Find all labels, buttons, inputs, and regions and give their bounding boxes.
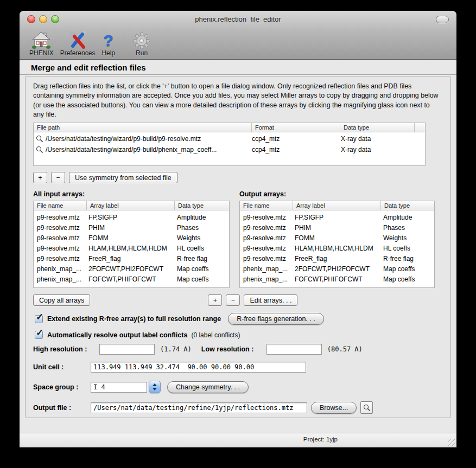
preferences-button[interactable]: Preferences <box>57 30 99 59</box>
input-arrays-table: File name Array label Data type p9-resol… <box>33 201 230 288</box>
column-header-file-name[interactable]: File name <box>240 201 293 210</box>
array-row[interactable]: p9-resolve.mtz PHIM Phases <box>34 222 229 233</box>
titlebar[interactable]: phenix.reflection_file_editor <box>20 11 456 28</box>
column-header-array-label[interactable]: Array label <box>293 201 381 210</box>
edit-arrays-button[interactable]: Edit arrays. . . <box>244 294 297 306</box>
extend-rfree-label: Extend existing R-free array(s) to full … <box>47 315 221 323</box>
run-button-label: Run <box>136 49 148 57</box>
array-file-cell: p9-resolve.mtz <box>243 214 295 221</box>
file-path-cell: /Users/nat/data/testing/wizard/p9-build/… <box>46 146 252 153</box>
array-file-cell: phenix_map_... <box>37 265 88 273</box>
column-header-data-type[interactable]: Data type <box>381 201 434 210</box>
array-row[interactable]: p9-resolve.mtz HLAM,HLBM,HLCM,HLDM HL co… <box>240 243 434 253</box>
unit-cell-row: Unit cell : <box>33 362 450 373</box>
add-array-button[interactable]: + <box>208 294 222 306</box>
toolbar: PHENIX Preferences ? Help <box>20 28 456 59</box>
array-row[interactable]: p9-resolve.mtz PHIM Phases <box>240 222 434 233</box>
array-row[interactable]: p9-resolve.mtz FOMM Weights <box>34 233 229 243</box>
array-file-cell: p9-resolve.mtz <box>37 224 88 232</box>
resolve-conflicts-label: Automatically resolve output label confl… <box>47 331 187 339</box>
resolve-conflicts-row: ✓ Automatically resolve output label con… <box>35 331 450 339</box>
array-label-cell: 2FOFCWT,PHI2FOFCWT <box>88 265 177 273</box>
extend-rfree-checkbox[interactable]: ✓ <box>35 315 43 323</box>
phenix-button[interactable]: PHENIX <box>26 30 57 59</box>
space-group-input[interactable] <box>91 382 147 393</box>
zoom-button[interactable] <box>51 15 59 23</box>
unit-cell-input[interactable] <box>91 362 306 373</box>
output-file-label: Output file : <box>33 404 91 412</box>
remove-array-button[interactable]: − <box>226 294 240 306</box>
array-type-cell: HL coeffs <box>177 245 229 252</box>
rfree-flags-generation-button[interactable]: R-free flags generation. . . <box>228 313 324 325</box>
array-row[interactable]: phenix_map_... 2FOFCWT,PHI2FOFCWT Map co… <box>240 264 434 274</box>
file-data-type-cell: X-ray data <box>341 146 422 153</box>
array-label-cell: 2FOFCWT,PHI2FOFCWT <box>295 265 383 273</box>
array-file-cell: p9-resolve.mtz <box>37 234 88 242</box>
space-group-stepper[interactable] <box>149 381 161 393</box>
column-header-format[interactable]: Format <box>252 123 340 132</box>
column-header-data-type[interactable]: Data type <box>340 123 415 132</box>
high-resolution-input[interactable] <box>99 344 155 355</box>
array-label-cell: FOFCWT,PHIFOFCWT <box>295 275 383 283</box>
close-button[interactable] <box>27 15 35 23</box>
magnifier-icon[interactable] <box>36 135 46 143</box>
output-arrays-body: p9-resolve.mtz FP,SIGFP Amplitude p9-res… <box>239 210 435 288</box>
array-row[interactable]: p9-resolve.mtz FOMM Weights <box>240 233 434 243</box>
input-arrays-body: p9-resolve.mtz FP,SIGFP Amplitude p9-res… <box>33 210 230 288</box>
window-header: phenix.reflection_file_editor <box>20 11 456 60</box>
column-header-array-label[interactable]: Array label <box>87 201 175 210</box>
file-row[interactable]: /Users/nat/data/testing/wizard/p9-build/… <box>34 133 425 144</box>
minimize-button[interactable] <box>39 15 47 23</box>
stepper-up-icon <box>153 383 157 386</box>
array-type-cell: R-free flag <box>177 255 229 262</box>
help-button[interactable]: ? Help <box>98 30 118 59</box>
input-arrays-header[interactable]: File name Array label Data type <box>33 201 230 210</box>
copy-all-arrays-button[interactable]: Copy all arrays <box>33 294 90 306</box>
reflection-files-table-body: /Users/nat/data/testing/wizard/p9-build/… <box>33 132 426 166</box>
low-resolution-input[interactable] <box>266 344 322 355</box>
array-label-cell: HLAM,HLBM,HLCM,HLDM <box>295 245 383 252</box>
reflection-files-table-header[interactable]: File path Format Data type <box>33 123 426 132</box>
use-symmetry-button[interactable]: Use symmetry from selected file <box>69 172 177 183</box>
preferences-button-label: Preferences <box>60 49 96 57</box>
array-row[interactable]: phenix_map_... FOFCWT,PHIFOFCWT Map coef… <box>34 274 229 284</box>
array-type-cell: Weights <box>383 234 434 242</box>
browse-button[interactable]: Browse... <box>311 402 357 414</box>
column-header-file-path[interactable]: File path <box>34 123 252 132</box>
array-row[interactable]: p9-resolve.mtz HLAM,HLBM,HLCM,HLDM HL co… <box>34 243 229 253</box>
stepper-down-icon <box>153 388 157 390</box>
array-file-cell: p9-resolve.mtz <box>37 255 88 262</box>
file-format-cell: ccp4_mtz <box>252 146 341 153</box>
toolbar-toggle-button[interactable] <box>436 16 449 23</box>
inspect-output-file-button[interactable] <box>360 401 373 414</box>
status-bar: Project: 1yjp <box>20 433 456 447</box>
column-header-file-name[interactable]: File name <box>34 201 87 210</box>
help-question-icon: ? <box>104 30 113 49</box>
output-arrays-header[interactable]: File name Array label Data type <box>239 201 435 210</box>
column-header-data-type[interactable]: Data type <box>175 201 229 210</box>
array-row[interactable]: p9-resolve.mtz FP,SIGFP Amplitude <box>240 212 434 222</box>
add-file-button[interactable]: + <box>33 172 47 183</box>
high-resolution-hint: (1.74 A) <box>160 345 192 353</box>
array-file-cell: p9-resolve.mtz <box>37 245 88 252</box>
array-row[interactable]: phenix_map_... FOFCWT,PHIFOFCWT Map coef… <box>240 274 434 284</box>
output-file-input[interactable] <box>91 402 307 413</box>
array-file-cell: p9-resolve.mtz <box>37 214 88 221</box>
run-button[interactable]: Run <box>130 30 154 59</box>
array-row[interactable]: p9-resolve.mtz FreeR_flag R-free flag <box>34 253 229 264</box>
magnifier-icon[interactable] <box>36 146 46 153</box>
array-row[interactable]: phenix_map_... 2FOFCWT,PHI2FOFCWT Map co… <box>34 264 229 274</box>
remove-file-button[interactable]: − <box>51 172 65 183</box>
file-row[interactable]: /Users/nat/data/testing/wizard/p9-build/… <box>34 144 425 155</box>
array-row[interactable]: p9-resolve.mtz FreeR_flag R-free flag <box>240 253 434 264</box>
resolve-conflicts-checkbox[interactable]: ✓ <box>35 331 43 339</box>
resize-grip[interactable] <box>448 439 455 446</box>
array-label-cell: FP,SIGFP <box>295 214 383 221</box>
project-status-label: Project: 1yjp <box>303 436 338 443</box>
file-actions-row: + − Use symmetry from selected file <box>33 172 450 183</box>
array-label-cell: PHIM <box>88 224 177 232</box>
change-symmetry-button[interactable]: Change symmetry. . . <box>167 381 249 393</box>
array-row[interactable]: p9-resolve.mtz FP,SIGFP Amplitude <box>34 212 229 222</box>
array-label-cell: FOMM <box>88 234 177 242</box>
array-label-cell: FOMM <box>295 234 383 242</box>
